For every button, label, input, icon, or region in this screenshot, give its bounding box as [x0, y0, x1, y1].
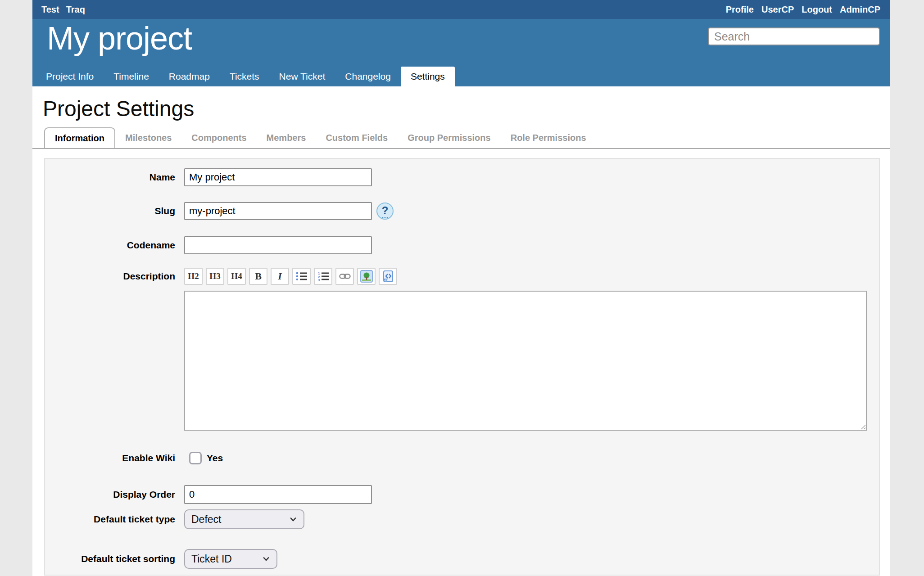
display-order-label: Display Order [45, 489, 175, 500]
usercp-link[interactable]: UserCP [761, 4, 794, 15]
name-field[interactable] [184, 168, 372, 186]
heading2-label: H2 [188, 271, 199, 281]
tab-roadmap[interactable]: Roadmap [159, 67, 220, 86]
image-button[interactable] [357, 268, 376, 285]
subtab-custom-fields[interactable]: Custom Fields [316, 127, 398, 148]
tab-new-ticket[interactable]: New Ticket [269, 67, 335, 86]
slug-field[interactable] [184, 202, 372, 220]
subtab-components[interactable]: Components [181, 127, 256, 148]
search-input[interactable] [708, 27, 880, 45]
slug-row: Slug ? [45, 202, 879, 220]
project-header: My project Project Info Timeline Roadmap… [32, 19, 890, 86]
traq-link[interactable]: Traq [66, 4, 85, 15]
tab-changelog[interactable]: Changelog [335, 67, 401, 86]
heading4-label: H4 [231, 271, 242, 281]
subtab-information[interactable]: Information [44, 127, 115, 148]
project-settings-form-panel: Name Slug ? Codename Description H2 [44, 158, 880, 576]
description-editor [184, 291, 867, 432]
profile-link[interactable]: Profile [726, 4, 754, 15]
default-ticket-sorting-value: Ticket ID [191, 553, 232, 565]
bold-icon: B [255, 270, 262, 282]
site-name-link[interactable]: Test [41, 4, 59, 15]
chain-link-icon [339, 272, 351, 280]
default-ticket-sorting-row: Default ticket sorting Ticket ID [45, 549, 879, 569]
heading4-button[interactable]: H4 [227, 268, 246, 285]
project-nav-tabs: Project Info Timeline Roadmap Tickets Ne… [36, 67, 455, 86]
code-button[interactable] [379, 268, 397, 285]
name-label: Name [45, 172, 175, 183]
page-title: Project Settings [32, 86, 890, 122]
italic-button[interactable]: I [271, 268, 289, 285]
default-ticket-type-row: Default ticket type Defect [45, 509, 879, 529]
slug-label: Slug [45, 206, 175, 216]
subtab-role-permissions[interactable]: Role Permissions [501, 127, 596, 148]
display-order-field[interactable] [184, 485, 372, 504]
description-toolbar: H2 H3 H4 B I [184, 268, 867, 285]
description-label: Description [45, 268, 175, 282]
question-mark-icon: ? [382, 204, 389, 218]
italic-icon: I [278, 270, 282, 282]
tab-project-info[interactable]: Project Info [36, 67, 104, 86]
image-icon [360, 270, 373, 283]
ordered-list-button[interactable]: 1 2 3 [314, 268, 332, 285]
default-ticket-type-select[interactable]: Defect [184, 509, 304, 529]
bullet-list-icon [296, 271, 308, 281]
settings-sub-tabs: Information Milestones Components Member… [32, 127, 890, 149]
page: Test Traq Profile UserCP Logout AdminCP … [32, 0, 890, 576]
enable-wiki-checkbox[interactable] [189, 452, 202, 464]
tab-timeline[interactable]: Timeline [104, 67, 159, 86]
default-ticket-sorting-label: Default ticket sorting [45, 554, 175, 564]
description-textarea[interactable] [184, 291, 867, 431]
subtab-group-permissions[interactable]: Group Permissions [398, 127, 501, 148]
subtab-members[interactable]: Members [257, 127, 316, 148]
bold-button[interactable]: B [249, 268, 267, 285]
svg-text:3: 3 [318, 278, 320, 281]
topbar-right-links: Profile UserCP Logout AdminCP [726, 4, 880, 15]
logout-link[interactable]: Logout [802, 4, 832, 15]
link-button[interactable] [335, 268, 354, 285]
codename-row: Codename [45, 236, 879, 254]
topbar: Test Traq Profile UserCP Logout AdminCP [32, 0, 890, 19]
heading3-label: H3 [209, 271, 220, 281]
name-row: Name [45, 168, 879, 186]
heading3-button[interactable]: H3 [206, 268, 224, 285]
topbar-left-links: Test Traq [41, 4, 85, 15]
enable-wiki-yes-label: Yes [207, 453, 223, 464]
admincp-link[interactable]: AdminCP [840, 4, 880, 15]
display-order-row: Display Order [45, 485, 879, 504]
description-row: Description H2 H3 H4 B I [45, 268, 879, 432]
chevron-down-icon [261, 554, 271, 564]
default-ticket-sorting-select[interactable]: Ticket ID [184, 549, 277, 569]
codename-field[interactable] [184, 236, 372, 254]
enable-wiki-row: Enable Wiki Yes [45, 452, 879, 464]
chevron-down-icon [288, 514, 298, 524]
project-title: My project [47, 20, 192, 57]
tab-settings[interactable]: Settings [401, 67, 455, 86]
default-ticket-type-label: Default ticket type [45, 514, 175, 525]
codename-label: Codename [45, 240, 175, 251]
enable-wiki-label: Enable Wiki [45, 453, 175, 464]
heading2-button[interactable]: H2 [184, 268, 203, 285]
subtab-milestones[interactable]: Milestones [115, 127, 181, 148]
default-ticket-type-value: Defect [191, 513, 221, 526]
slug-help-icon[interactable]: ? [376, 202, 394, 220]
tab-tickets[interactable]: Tickets [220, 67, 269, 86]
numbered-list-icon: 1 2 3 [317, 271, 329, 281]
unordered-list-button[interactable] [292, 268, 311, 285]
code-script-icon [382, 270, 394, 283]
